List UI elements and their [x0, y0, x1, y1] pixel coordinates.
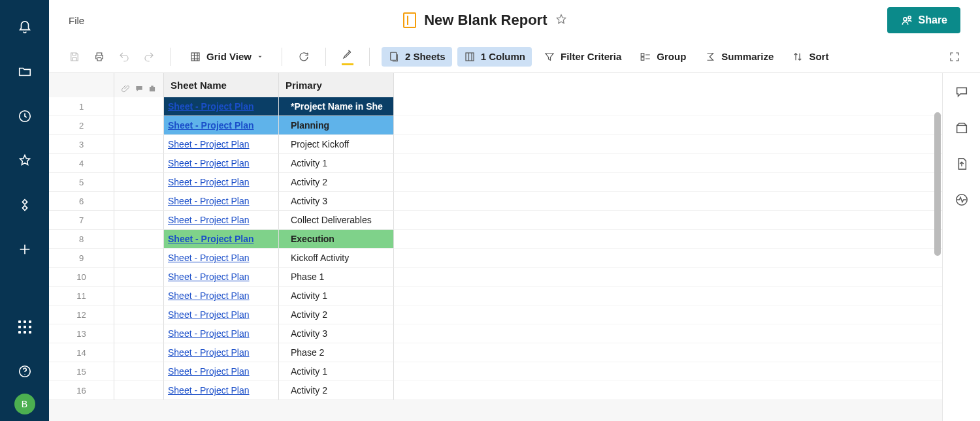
highlight-icon[interactable]: [338, 44, 357, 69]
table-row[interactable]: 13Sheet - Project PlanActivity 3: [49, 324, 942, 343]
sheet-link[interactable]: Sheet - Project Plan: [168, 385, 250, 396]
row-number[interactable]: 8: [49, 230, 114, 249]
row-number[interactable]: 2: [49, 116, 114, 135]
cell-sheet-name[interactable]: Sheet - Project Plan: [164, 230, 279, 249]
cell-primary[interactable]: Planning: [279, 116, 394, 135]
publish-icon[interactable]: [955, 157, 969, 173]
cell-sheet-name[interactable]: Sheet - Project Plan: [164, 135, 279, 154]
row-number[interactable]: 11: [49, 287, 114, 305]
cell-sheet-name[interactable]: Sheet - Project Plan: [164, 268, 279, 287]
cell-sheet-name[interactable]: Sheet - Project Plan: [164, 173, 279, 192]
cell-primary[interactable]: Execution: [279, 230, 394, 249]
sheet-link[interactable]: Sheet - Project Plan: [168, 366, 250, 377]
row-number[interactable]: 7: [49, 211, 114, 230]
row-number[interactable]: 6: [49, 192, 114, 211]
cell-sheet-name[interactable]: Sheet - Project Plan: [164, 116, 279, 135]
cell-primary[interactable]: Activity 2: [279, 173, 394, 192]
cell-primary[interactable]: Project Kickoff: [279, 135, 394, 154]
grid-view-dropdown[interactable]: Grid View: [183, 47, 270, 67]
fullscreen-icon[interactable]: [945, 47, 964, 67]
sheet-link[interactable]: Sheet - Project Plan: [168, 253, 250, 263]
scrollbar[interactable]: [934, 112, 941, 256]
sheet-link[interactable]: Sheet - Project Plan: [168, 120, 253, 131]
table-row[interactable]: 8Sheet - Project PlanExecution: [49, 230, 942, 249]
row-number[interactable]: 16: [49, 381, 114, 400]
help-icon[interactable]: [12, 358, 38, 384]
table-row[interactable]: 6Sheet - Project PlanActivity 3: [49, 192, 942, 211]
table-row[interactable]: 1Sheet - Project Plan*Project Name in Sh…: [49, 97, 942, 116]
row-number[interactable]: 5: [49, 173, 114, 192]
table-row[interactable]: 16Sheet - Project PlanActivity 2: [49, 381, 942, 400]
table-row[interactable]: 7Sheet - Project PlanCollect Deliverable…: [49, 211, 942, 230]
refresh-icon[interactable]: [294, 47, 314, 67]
cell-sheet-name[interactable]: Sheet - Project Plan: [164, 362, 279, 381]
cell-sheet-name[interactable]: Sheet - Project Plan: [164, 305, 279, 324]
table-row[interactable]: 5Sheet - Project PlanActivity 2: [49, 173, 942, 192]
sheet-link[interactable]: Sheet - Project Plan: [168, 101, 253, 112]
cell-primary[interactable]: Collect Deliverables: [279, 211, 394, 230]
sheet-link[interactable]: Sheet - Project Plan: [168, 234, 253, 244]
column-header-sheet-name[interactable]: Sheet Name: [164, 73, 279, 97]
row-number[interactable]: 10: [49, 268, 114, 287]
attachments-icon[interactable]: [955, 121, 969, 137]
cell-sheet-name[interactable]: Sheet - Project Plan: [164, 154, 279, 173]
sheet-link[interactable]: Sheet - Project Plan: [168, 328, 250, 339]
cell-sheet-name[interactable]: Sheet - Project Plan: [164, 192, 279, 211]
cell-sheet-name[interactable]: Sheet - Project Plan: [164, 343, 279, 362]
row-number[interactable]: 4: [49, 154, 114, 173]
file-menu[interactable]: File: [69, 15, 84, 26]
row-number[interactable]: 13: [49, 324, 114, 343]
row-number[interactable]: 15: [49, 362, 114, 381]
sheet-link[interactable]: Sheet - Project Plan: [168, 309, 250, 320]
cell-primary[interactable]: Activity 1: [279, 154, 394, 173]
filter-button[interactable]: Filter Criteria: [537, 47, 628, 67]
row-number[interactable]: 12: [49, 305, 114, 324]
row-number[interactable]: 14: [49, 343, 114, 362]
sheet-link[interactable]: Sheet - Project Plan: [168, 290, 250, 301]
launcher-apps-icon[interactable]: [12, 314, 38, 340]
favorite-star-icon[interactable]: [555, 13, 568, 28]
sheet-link[interactable]: Sheet - Project Plan: [168, 347, 250, 358]
table-row[interactable]: 4Sheet - Project PlanActivity 1: [49, 154, 942, 173]
row-number[interactable]: 1: [49, 97, 114, 116]
sheets-button[interactable]: 2 Sheets: [382, 47, 452, 67]
table-row[interactable]: 15Sheet - Project PlanActivity 1: [49, 362, 942, 381]
cell-primary[interactable]: Activity 1: [279, 362, 394, 381]
cell-primary[interactable]: Phase 1: [279, 268, 394, 287]
grid[interactable]: Sheet Name Primary 1Sheet - Project Plan…: [49, 73, 942, 421]
cell-primary[interactable]: Kickoff Activity: [279, 249, 394, 268]
table-row[interactable]: 12Sheet - Project PlanActivity 2: [49, 305, 942, 324]
cell-sheet-name[interactable]: Sheet - Project Plan: [164, 211, 279, 230]
sheet-link[interactable]: Sheet - Project Plan: [168, 177, 250, 187]
print-icon[interactable]: [90, 47, 109, 67]
row-number[interactable]: 3: [49, 135, 114, 154]
notifications-icon[interactable]: [12, 14, 38, 40]
undo-icon[interactable]: [114, 47, 134, 67]
row-number[interactable]: 9: [49, 249, 114, 268]
save-icon[interactable]: [65, 47, 84, 67]
create-new-icon[interactable]: [12, 236, 38, 262]
activity-log-icon[interactable]: [955, 193, 969, 209]
cell-primary[interactable]: Phase 2: [279, 343, 394, 362]
cell-sheet-name[interactable]: Sheet - Project Plan: [164, 97, 279, 116]
cell-primary[interactable]: Activity 1: [279, 287, 394, 305]
conversations-icon[interactable]: [955, 85, 969, 101]
summarize-button[interactable]: Summarize: [698, 47, 780, 67]
redo-icon[interactable]: [139, 47, 159, 67]
cell-primary[interactable]: Activity 3: [279, 324, 394, 343]
column-header-primary[interactable]: Primary: [279, 73, 394, 97]
cell-primary[interactable]: Activity 3: [279, 192, 394, 211]
group-button[interactable]: Group: [633, 47, 693, 67]
cell-sheet-name[interactable]: Sheet - Project Plan: [164, 287, 279, 305]
cell-primary[interactable]: *Project Name in She: [279, 97, 394, 116]
table-row[interactable]: 9Sheet - Project PlanKickoff Activity: [49, 249, 942, 268]
sort-button[interactable]: Sort: [785, 47, 835, 67]
sheet-link[interactable]: Sheet - Project Plan: [168, 139, 250, 149]
cell-primary[interactable]: Activity 2: [279, 381, 394, 400]
table-row[interactable]: 14Sheet - Project PlanPhase 2: [49, 343, 942, 362]
sheet-link[interactable]: Sheet - Project Plan: [168, 215, 250, 225]
table-row[interactable]: 3Sheet - Project PlanProject Kickoff: [49, 135, 942, 154]
share-button[interactable]: Share: [887, 7, 960, 33]
workapps-icon[interactable]: [12, 192, 38, 218]
sheet-link[interactable]: Sheet - Project Plan: [168, 158, 250, 168]
